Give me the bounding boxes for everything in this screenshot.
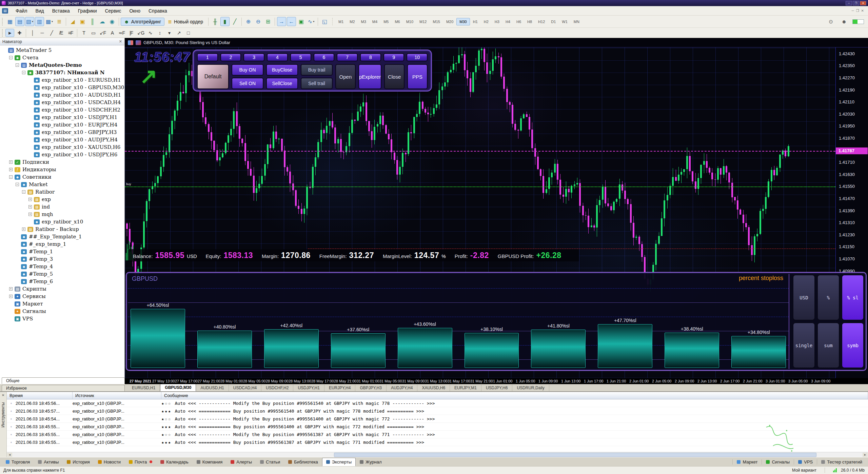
chart-tab-AUDUSD-H1[interactable]: AUDUSD,H1 [196, 384, 229, 391]
tool-VPS[interactable]: VPS [794, 459, 817, 465]
timeframe-M3[interactable]: M3 [358, 18, 369, 25]
tree-item--[interactable]: −☻Советники [1, 173, 124, 181]
buyclose-button[interactable]: BuyClose [266, 64, 298, 76]
chart-shift-icon[interactable]: ← [287, 17, 296, 26]
tree-item--[interactable]: ▣Маркет [1, 300, 124, 308]
menu-Графики[interactable]: Графики [74, 7, 101, 15]
chart-tab-EURUSD-H1[interactable]: EURUSD,H1 [127, 384, 160, 391]
timeframe-M15[interactable]: M15 [430, 18, 443, 25]
tool-Тестер-стратегий[interactable]: Тестер стратегий [817, 459, 866, 465]
bottom-tab-Почта[interactable]: Почта [125, 458, 156, 466]
bars-chart-icon[interactable]: ╫ [211, 17, 220, 26]
tree-expand-icon[interactable]: + [28, 213, 32, 216]
preset-button-6[interactable]: 6 [314, 53, 335, 61]
bottom-tab-Календарь[interactable]: Календарь [156, 458, 193, 466]
time-axis[interactable]: 27 May 202127 May 13:0027 May 17:0027 Ma… [125, 378, 868, 384]
tree-expand-icon[interactable]: + [9, 160, 13, 164]
timeframe-D1[interactable]: D1 [548, 18, 559, 25]
log-h-scrollbar[interactable]: ◄ ► [7, 452, 868, 457]
subpanel-button-symb[interactable]: symb [842, 322, 864, 368]
mdi-restore-icon[interactable]: ❐ [856, 9, 859, 13]
account-icon[interactable]: ☻ [840, 17, 849, 26]
menu-Сервис[interactable]: Сервис [101, 7, 125, 15]
menu-Окно[interactable]: Окно [125, 7, 144, 15]
fibo-lines-icon[interactable]: ≡F [66, 29, 75, 37]
text-icon[interactable]: T [79, 29, 88, 37]
timeframe-M20[interactable]: M20 [443, 18, 456, 25]
new-order-button[interactable]: ≣Новый ордер [164, 18, 206, 26]
minimize-button[interactable]: ─ [846, 1, 852, 5]
bottom-tab-Новости[interactable]: Новости [94, 458, 125, 466]
log-column-1[interactable]: Источник [73, 392, 161, 399]
tree-expand-icon[interactable]: − [16, 183, 19, 186]
arrow-object-icon[interactable]: ↗ [174, 29, 183, 37]
tree-item-ratibor[interactable]: −▨Ratibor [1, 188, 124, 196]
navigator-tab-Избранное[interactable]: Избранное [2, 385, 125, 391]
cloud-icon[interactable]: ☁ [98, 17, 107, 26]
quill-icon[interactable]: ◢ [68, 17, 77, 26]
tree-item-##_exp_template_1[interactable]: ☻##_Exp_Template_1 [1, 233, 124, 240]
font-icon[interactable]: A [108, 29, 117, 37]
tree-item-#temp_3[interactable]: ☻#Temp_3 [1, 255, 124, 263]
close-button[interactable]: ✕ [860, 1, 866, 5]
scroll-left-icon[interactable]: ◄ [7, 453, 12, 457]
tree-expand-icon[interactable]: + [22, 228, 25, 231]
tree-item-exp_ratibor_x10-gbpusd-m30[interactable]: ☻exp_ratibor_x10 - GBPUSD,M30 [1, 84, 124, 91]
toolbar-grip[interactable] [2, 18, 3, 25]
tree-item-vps[interactable]: ▣VPS [1, 315, 124, 322]
tree-expand-icon[interactable]: − [9, 175, 13, 179]
maximize-button[interactable]: ❐ [853, 1, 859, 5]
history-center-icon[interactable]: ≣ [55, 17, 64, 26]
log-row[interactable]: ●2021.06.03 18:45:56...exp_ratibor_x10 (… [7, 399, 868, 407]
preset-button-10[interactable]: 10 [407, 53, 428, 61]
close-icon[interactable]: ✕ [119, 39, 122, 44]
menu-Вставка[interactable]: Вставка [48, 7, 74, 15]
timeframe-H4[interactable]: H4 [502, 18, 513, 25]
chart-tab-USDJPY-H6[interactable]: USDJPY,H6 [481, 384, 512, 391]
log-row[interactable]: ●2021.06.03 18:45:54...exp_ratibor_x10 (… [7, 415, 868, 423]
label-icon[interactable]: ▭ [89, 29, 98, 37]
subpanel-button-USD[interactable]: USD [793, 275, 815, 320]
tree-item--[interactable]: +✓Подписки [1, 158, 124, 166]
timeframe-H2[interactable]: H2 [481, 18, 492, 25]
status-template-name[interactable]: Мой вариант [792, 468, 816, 473]
tree-item-ratibor-backup[interactable]: +▨Ratibor - Backup [1, 225, 124, 233]
docking-icon[interactable]: ◱ [320, 17, 329, 26]
menu-Справка[interactable]: Справка [144, 7, 171, 15]
zoom-out-icon[interactable]: ⊖ [254, 17, 263, 26]
preset-button-5[interactable]: 5 [290, 53, 311, 61]
tool-Маркет[interactable]: Маркет [732, 459, 762, 465]
tree-expand-icon[interactable]: + [9, 287, 13, 291]
equidistant-channel-icon[interactable]: /E [57, 29, 65, 37]
templates-icon[interactable]: ▧▾ [25, 17, 34, 26]
log-row[interactable]: ●2021.06.03 18:45:55...exp_ratibor_x10 (… [7, 438, 868, 446]
chart-tab-USDRUR-Daily[interactable]: USDRUR,Daily [512, 384, 549, 391]
lock-icon[interactable]: ▣ [78, 17, 87, 26]
log-row[interactable]: ●2021.06.03 18:45:55...exp_ratibor_x10 (… [7, 423, 868, 431]
tree-item-exp_ratibor_x10-usdchf-h2[interactable]: ☻exp_ratibor_x10 - USDCHF,H2 [1, 106, 124, 114]
timeframe-H6[interactable]: H6 [513, 18, 524, 25]
chart-tab-EURJPY-M1[interactable]: EURJPY,M1 [450, 384, 481, 391]
timeframe-M12[interactable]: M12 [416, 18, 430, 25]
chart-tab-XAUUSD-H6[interactable]: XAUUSD,H6 [417, 384, 450, 391]
sell-on-button[interactable]: Sell ON [232, 78, 263, 89]
tree-item-mqh[interactable]: +▨mqh [1, 211, 124, 218]
search-icon[interactable]: ⊙ [826, 17, 835, 26]
tree-expand-icon[interactable]: − [9, 56, 13, 59]
log-column-0[interactable]: Время [7, 392, 73, 399]
timeframe-M5[interactable]: M5 [380, 18, 392, 25]
tree-item-#_exp_temp_1[interactable]: ☻#_exp_temp_1 [1, 240, 124, 248]
timeframe-M1[interactable]: M1 [335, 18, 347, 25]
mdi-minimize-icon[interactable]: ─ [852, 9, 854, 13]
stats-icon[interactable]: ║ [88, 17, 97, 26]
chart-saved-icon[interactable] [136, 40, 141, 45]
tree-expand-icon[interactable]: + [9, 168, 13, 171]
arrows-dropdown-icon[interactable]: ▾ [165, 29, 174, 37]
crosshair-icon[interactable]: ✚ [15, 29, 24, 37]
tree-item-exp_ratibor_x10-usdjpy-h1[interactable]: ☻exp_ratibor_x10 - USDJPY,H1 [1, 114, 124, 121]
tree-item-exp_ratibor_x10[interactable]: ☻exp_ratibor_x10 [1, 218, 124, 225]
tree-item-metatrader-5[interactable]: ▤MetaTrader 5 [1, 46, 124, 54]
subpanel-button-%[interactable]: % [817, 275, 840, 320]
preset-button-7[interactable]: 7 [337, 53, 358, 61]
timeframe-M10[interactable]: M10 [403, 18, 416, 25]
